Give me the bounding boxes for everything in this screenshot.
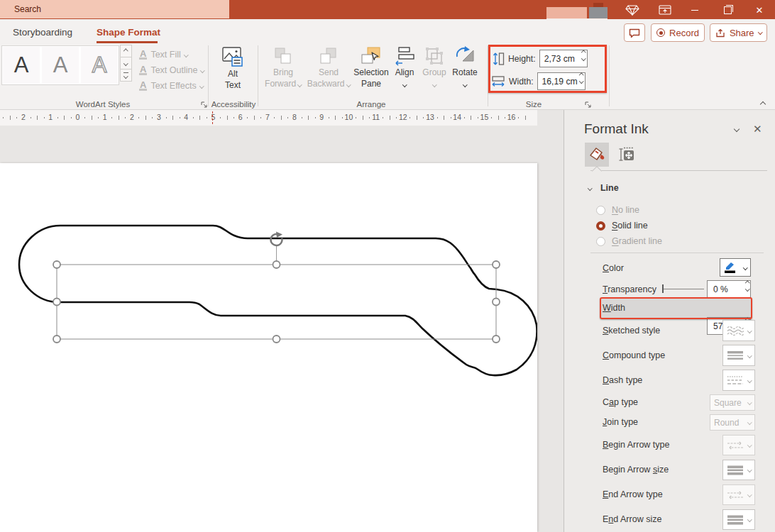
- designer-icon[interactable]: [622, 1, 643, 18]
- align-button[interactable]: Align: [390, 45, 419, 89]
- text-outline-button[interactable]: A Text Outline: [139, 62, 204, 78]
- sketched-lines-icon: [727, 325, 744, 336]
- collapse-ribbon-button[interactable]: [760, 101, 766, 107]
- height-row: Height: 2,73 cm: [493, 50, 588, 67]
- selection-handle[interactable]: [273, 336, 280, 343]
- format-ink-panel: Format Ink ✕ Line No line Solid line: [564, 110, 775, 532]
- sketched-style-dropdown[interactable]: [722, 320, 755, 341]
- join-type-dropdown[interactable]: Round: [710, 414, 755, 431]
- transparency-spinner[interactable]: [746, 282, 749, 290]
- restore-button[interactable]: [717, 1, 738, 18]
- group-label-size: Size: [490, 100, 578, 109]
- selection-handle[interactable]: [493, 336, 500, 343]
- alt-text-icon: [221, 45, 244, 68]
- size-dialog-launcher[interactable]: [584, 101, 592, 109]
- tab-size-properties[interactable]: [615, 143, 639, 167]
- wordart-gallery-scroll: [120, 45, 132, 82]
- slide-canvas[interactable]: [0, 163, 537, 532]
- wordart-style-2[interactable]: A: [42, 47, 79, 84]
- minimize-button[interactable]: [684, 1, 705, 18]
- height-input[interactable]: 2,73 cm: [539, 50, 588, 67]
- panel-close-button[interactable]: ✕: [753, 123, 762, 135]
- color-picker-button[interactable]: [720, 258, 751, 277]
- wordart-style-1[interactable]: A: [3, 47, 40, 84]
- dash-type-label: Dash type: [603, 375, 642, 385]
- align-icon: [394, 45, 415, 67]
- ink-fill-icon: [588, 146, 605, 163]
- rotate-button[interactable]: Rotate: [449, 45, 481, 89]
- begin-arrow-type-dropdown[interactable]: [722, 435, 755, 455]
- transparency-input[interactable]: 0 %: [707, 280, 751, 298]
- group-label-wordart: WordArt Styles: [43, 100, 163, 109]
- minimize-icon: [691, 10, 698, 11]
- line-section-header[interactable]: Line: [588, 181, 619, 194]
- tab-storyboarding[interactable]: Storyboarding: [13, 23, 72, 42]
- end-arrow-size-dropdown[interactable]: [722, 509, 755, 530]
- selection-pane-button[interactable]: Selection Pane: [351, 45, 392, 89]
- bring-forward-button[interactable]: Bring Forward: [261, 45, 305, 89]
- transparency-slider-track[interactable]: [664, 289, 704, 289]
- section-collapse-icon: [588, 186, 592, 190]
- width-spinner[interactable]: [580, 74, 583, 82]
- send-backward-button[interactable]: Send Backward: [307, 45, 351, 89]
- radio-no-line[interactable]: No line: [596, 205, 639, 215]
- arrow-type-icon: [727, 489, 744, 501]
- horizontal-ruler[interactable]: 21012345678910111213141516: [0, 110, 537, 126]
- compound-type-dropdown[interactable]: [722, 345, 755, 366]
- record-icon: [656, 28, 665, 37]
- share-button[interactable]: Share: [710, 23, 767, 42]
- selection-handle[interactable]: [53, 299, 60, 306]
- color-label: Color: [603, 263, 624, 273]
- tab-fill-line[interactable]: [585, 143, 609, 167]
- text-effects-button[interactable]: A Text Effects: [139, 78, 204, 94]
- radio-solid-line[interactable]: Solid line: [596, 221, 648, 231]
- ribbon-display-options-icon[interactable]: [654, 1, 676, 18]
- gallery-scroll-down-button[interactable]: [120, 57, 132, 70]
- search-input[interactable]: Search: [0, 0, 229, 18]
- selection-handle[interactable]: [273, 261, 280, 268]
- wordart-style-3[interactable]: A: [81, 47, 118, 84]
- radio-icon: [596, 206, 605, 215]
- end-arrow-type-dropdown[interactable]: [722, 484, 755, 505]
- send-backward-icon: [318, 45, 339, 67]
- selection-handle[interactable]: [53, 336, 60, 343]
- gallery-more-button[interactable]: [120, 69, 132, 82]
- begin-arrow-size-dropdown[interactable]: [722, 460, 755, 480]
- text-styles-menu: A Text Fill A Text Outline A Text Effect…: [139, 47, 204, 94]
- selection-handle[interactable]: [493, 299, 500, 306]
- text-fill-button[interactable]: A Text Fill: [139, 47, 204, 62]
- selection-handle[interactable]: [493, 261, 500, 268]
- width-input[interactable]: 16,19 cm: [537, 72, 586, 90]
- group-button[interactable]: Group: [419, 45, 450, 89]
- cap-type-dropdown[interactable]: Square: [710, 394, 755, 411]
- selection-handle[interactable]: [53, 261, 60, 268]
- group-icon: [424, 45, 445, 67]
- gallery-scroll-up-button[interactable]: [120, 45, 132, 57]
- avatar: [589, 7, 608, 19]
- text-outline-icon: A: [139, 65, 147, 75]
- title-bar: Search ✕: [0, 0, 775, 19]
- text-effects-icon: A: [139, 81, 147, 91]
- radio-gradient-line[interactable]: Gradient line: [596, 236, 662, 246]
- join-type-label: Join type: [603, 417, 638, 427]
- ink-stroke[interactable]: [19, 226, 537, 375]
- group-label-arrange: Arrange: [312, 100, 430, 109]
- group-label-accessibility: Accessibility: [210, 100, 257, 109]
- height-spinner[interactable]: [582, 51, 586, 60]
- tab-shape-format[interactable]: Shape Format: [97, 23, 160, 42]
- begin-arrow-type-label: Begin Arrow type: [603, 440, 670, 450]
- presence-badge: [593, 3, 603, 7]
- wordart-dialog-launcher[interactable]: [200, 101, 208, 109]
- begin-arrow-size-label: Begin Arrow size: [603, 465, 669, 475]
- dash-type-dropdown[interactable]: [722, 370, 755, 391]
- record-button[interactable]: Record: [651, 23, 705, 42]
- close-window-button[interactable]: ✕: [749, 1, 770, 18]
- ink-width-label: Width: [603, 303, 625, 313]
- sketched-style-label: Sketched style: [603, 326, 660, 336]
- comments-button[interactable]: [624, 23, 645, 42]
- alt-text-button[interactable]: Alt Text: [213, 45, 253, 91]
- restore-icon: [724, 6, 732, 14]
- ink-color-icon: [724, 262, 737, 273]
- end-arrow-type-label: End Arrow type: [603, 489, 663, 499]
- panel-chevron-down-icon[interactable]: [734, 126, 740, 132]
